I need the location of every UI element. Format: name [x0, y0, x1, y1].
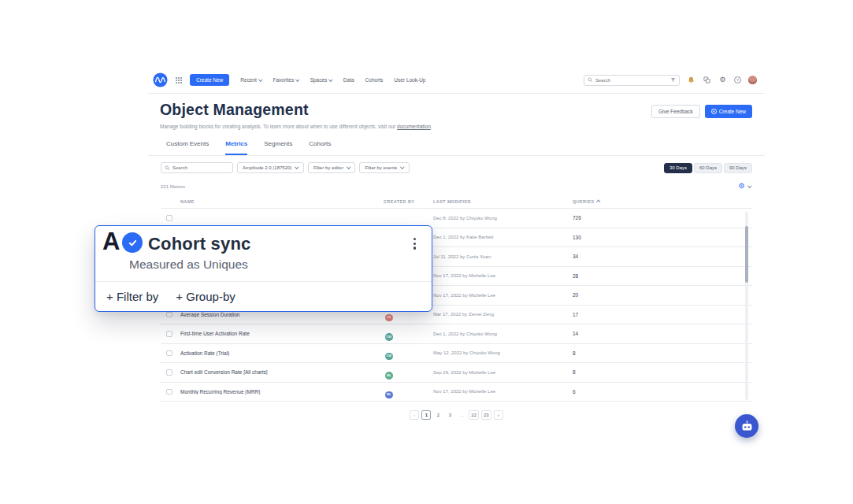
page-title: Object Management	[160, 101, 432, 119]
page-button-1[interactable]: 1	[421, 410, 431, 420]
settings-gear-icon[interactable]: ⚙	[718, 76, 727, 84]
amplitude-logo[interactable]	[153, 72, 168, 87]
last-modified: Nov 17, 2022 by Michelle Lee	[433, 273, 573, 278]
row-checkbox[interactable]	[166, 312, 172, 318]
filter-funnel-icon[interactable]	[670, 77, 676, 83]
plus-circle-icon: +	[711, 109, 717, 114]
nav-search-input[interactable]	[595, 78, 668, 83]
page-subtitle: Manage building blocks for creating anal…	[160, 124, 432, 129]
give-feedback-button[interactable]: Give Feedback	[651, 105, 700, 118]
scrollbar-thumb[interactable]	[745, 226, 748, 283]
last-modified: Jul 11, 2022 by Curtis Xuan	[433, 254, 573, 259]
bot-icon	[740, 420, 754, 433]
range-30-days[interactable]: 30 Days	[664, 163, 692, 173]
top-nav: Create New RecentFavoritesSpacesDataCoho…	[148, 67, 765, 94]
prev-page-button[interactable]: ‹	[410, 410, 419, 420]
table-settings-button[interactable]: ⚙	[738, 183, 751, 190]
apps-grid-icon[interactable]	[175, 76, 183, 84]
range-60-days[interactable]: 60 Days	[694, 163, 722, 173]
tab-metrics[interactable]: Metrics	[225, 140, 247, 155]
nav-search[interactable]	[584, 75, 680, 86]
toolbar-dropdowns: Amplitude 2.0 (187520)Filter by editorFi…	[237, 162, 410, 173]
col-queries[interactable]: QUERIES	[573, 199, 752, 204]
help-fab[interactable]	[735, 414, 758, 438]
row-checkbox[interactable]	[166, 331, 172, 337]
tab-segments[interactable]: Segments	[264, 140, 292, 155]
queries-count: 6	[573, 389, 752, 395]
kebab-menu-icon[interactable]	[412, 236, 417, 251]
metric-popup: A Cohort sync Measured as Uniques + Filt…	[95, 225, 432, 312]
filter-dropdown-filter-by-editor[interactable]: Filter by editor	[308, 162, 356, 173]
creator-avatar: CW	[385, 333, 393, 341]
metric-name: First-time User Activation Rate	[180, 331, 384, 336]
creator-avatar: ML	[385, 372, 393, 380]
table-row[interactable]: Chart edit Conversion Rate [All charts]M…	[161, 363, 752, 383]
last-modified: May 12, 2022 by Chiyoko Wong	[433, 350, 573, 355]
metric-letter: A	[102, 228, 120, 256]
row-checkbox[interactable]	[166, 215, 172, 221]
last-modified: Dec 1, 2022 by Chiyoko Wong	[433, 332, 573, 336]
table-row[interactable]: Activation Rate (Trial)CWMay 12, 2022 by…	[161, 344, 752, 364]
verified-badge-icon	[122, 232, 143, 253]
range-90-days[interactable]: 90 Days	[724, 163, 752, 173]
queries-count: 130	[573, 235, 752, 240]
nav-item-recent[interactable]: Recent	[240, 77, 261, 83]
metric-name: Activation Rate (Trial)	[180, 350, 384, 356]
documentation-link[interactable]: documentation	[397, 124, 431, 129]
notifications-bell-icon[interactable]	[687, 76, 695, 84]
filter-toolbar: Amplitude 2.0 (187520)Filter by editorFi…	[148, 162, 765, 173]
subtitle-period: .	[431, 124, 432, 129]
scrollbar-track[interactable]	[745, 212, 748, 400]
nav-item-data[interactable]: Data	[343, 77, 354, 83]
page-button-2[interactable]: 2	[433, 410, 443, 420]
queries-count: 8	[573, 350, 752, 356]
col-last-modified[interactable]: LAST MODIFIED	[433, 199, 573, 204]
user-avatar[interactable]	[748, 76, 757, 84]
page-button-23[interactable]: 23	[481, 410, 491, 420]
row-checkbox[interactable]	[166, 369, 172, 376]
filter-dropdown-amplitude-2-0-187520[interactable]: Amplitude 2.0 (187520)	[237, 162, 304, 173]
chevron-down-icon	[747, 183, 751, 187]
windows-icon[interactable]	[703, 76, 711, 84]
tab-cohorts[interactable]: Cohorts	[309, 140, 331, 155]
page-button-22[interactable]: 22	[469, 410, 479, 420]
filter-dropdown-filter-by-events[interactable]: Filter by events	[359, 162, 409, 173]
table-row[interactable]: Monthly Recurring Revenue (MRR)MLNov 17,…	[161, 383, 752, 402]
nav-item-cohorts[interactable]: Cohorts	[365, 77, 384, 83]
create-new-button[interactable]: +Create New	[705, 105, 752, 118]
sort-arrow-icon	[596, 201, 600, 205]
header-actions: Give Feedback +Create New	[651, 105, 752, 118]
filter-by-button[interactable]: + Filter by	[106, 290, 158, 303]
queries-count: 28	[573, 273, 752, 279]
search-icon	[588, 77, 593, 83]
page-header-left: Object Management Manage building blocks…	[160, 101, 432, 129]
nav-item-spaces[interactable]: Spaces	[310, 77, 332, 83]
measured-as-label: Measured as Uniques	[129, 258, 248, 272]
col-created-by[interactable]: CREATED BY	[384, 199, 433, 204]
nav-item-user-look-up[interactable]: User Look-Up	[394, 77, 425, 83]
tab-custom-events[interactable]: Custom Events	[166, 140, 209, 155]
ellipsis-label: …	[457, 410, 466, 420]
table-search-input[interactable]	[172, 165, 229, 170]
col-name[interactable]: NAME	[180, 199, 384, 204]
row-checkbox[interactable]	[166, 389, 172, 395]
table-search[interactable]	[161, 162, 233, 173]
help-icon[interactable]: ?	[734, 76, 741, 83]
queries-count: 17	[573, 312, 752, 317]
last-modified: Dec 8, 2022 by Chiyoko Wong	[433, 216, 573, 220]
metrics-count: 221 Metrics	[161, 184, 185, 189]
nav-item-favorites[interactable]: Favorites	[273, 77, 299, 83]
range-buttons: 30 Days60 Days90 Days	[664, 163, 752, 173]
nav-create-new-button[interactable]: Create New	[190, 74, 229, 86]
group-by-button[interactable]: + Group-by	[176, 290, 235, 303]
last-modified: Dec 1, 2022 by Katie Bartlett	[433, 235, 573, 239]
page-button-3[interactable]: 3	[445, 410, 454, 420]
last-modified: Nov 17, 2022 by Michelle Lee	[433, 293, 573, 298]
chevron-down-icon	[329, 77, 333, 81]
count-row: 221 Metrics ⚙	[148, 183, 765, 190]
row-checkbox[interactable]	[166, 350, 172, 357]
next-page-button[interactable]: ›	[494, 410, 503, 420]
tabs-bar: Custom EventsMetricsSegmentsCohorts	[148, 129, 765, 156]
table-row[interactable]: First-time User Activation RateCWDec 1, …	[161, 324, 752, 344]
chevron-down-icon	[347, 165, 350, 169]
